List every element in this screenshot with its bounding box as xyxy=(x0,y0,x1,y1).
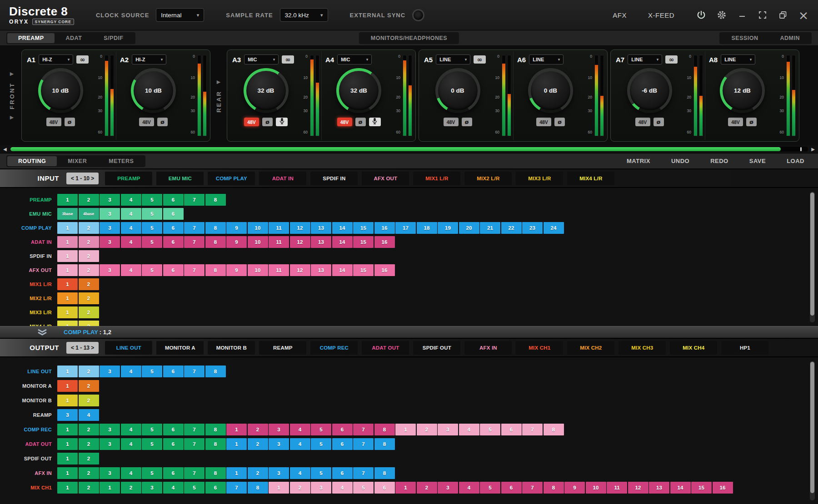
matrix-cell[interactable]: 7 xyxy=(522,482,543,494)
matrix-cell[interactable]: 5 xyxy=(311,467,331,479)
tab-s-pdif[interactable]: S/PDIF xyxy=(93,33,134,43)
matrix-cell[interactable]: 5 xyxy=(311,424,331,435)
input-tab-mix4-l-r[interactable]: MIX4 L/R xyxy=(567,172,614,185)
matrix-cell[interactable]: 22 xyxy=(501,222,522,234)
matrix-cell[interactable]: 8 xyxy=(374,424,395,435)
action-matrix[interactable]: MATRIX xyxy=(627,158,650,164)
matrix-cell[interactable]: 3 xyxy=(100,424,120,435)
matrix-cell[interactable]: 24 xyxy=(544,222,564,234)
phase-invert-button[interactable]: ø xyxy=(746,118,757,126)
mic-emulation-button[interactable] xyxy=(276,118,288,126)
scrollbar-thumb[interactable] xyxy=(810,193,814,316)
phantom-48v-button[interactable]: 48V xyxy=(444,118,459,126)
matrix-cell[interactable]: 4 xyxy=(121,236,141,248)
matrix-cell[interactable]: 3 xyxy=(269,467,289,479)
matrix-cell[interactable]: 2 xyxy=(79,482,99,494)
matrix-cell[interactable]: 7 xyxy=(226,482,247,494)
phantom-48v-button[interactable]: 48V xyxy=(536,118,551,126)
tab-adat[interactable]: ADAT xyxy=(55,33,93,43)
gain-knob[interactable]: 0 dB xyxy=(435,68,480,113)
scrollbar-track[interactable] xyxy=(10,147,808,152)
matrix-cell[interactable]: 4 xyxy=(290,424,310,435)
matrix-cell[interactable]: 9 xyxy=(226,222,247,234)
afx-button[interactable]: AFX xyxy=(613,11,627,19)
scrollbar-thumb[interactable] xyxy=(10,147,781,151)
matrix-cell[interactable]: 2 xyxy=(79,321,99,326)
matrix-cell[interactable]: 16 xyxy=(713,482,733,494)
matrix-cell[interactable]: 13 xyxy=(311,264,331,276)
matrix-cell[interactable]: 3 xyxy=(100,236,120,248)
output-tab-hp1[interactable]: HP1 xyxy=(721,341,768,355)
link-channels-icon[interactable]: ∞ xyxy=(665,55,678,64)
matrix-cell[interactable]: 14 xyxy=(670,482,691,494)
matrix-cell[interactable]: 3 xyxy=(311,482,331,494)
matrix-cell[interactable]: 6 xyxy=(501,424,522,435)
output-tab-mix-ch2[interactable]: MIX CH2 xyxy=(567,341,614,355)
matrix-cell[interactable]: 11 xyxy=(269,222,289,234)
matrix-cell[interactable]: 5 xyxy=(184,482,204,494)
matrix-cell[interactable]: 2 xyxy=(248,438,268,450)
matrix-cell[interactable]: 11 xyxy=(269,264,289,276)
matrix-cell[interactable]: 7 xyxy=(353,438,374,450)
matrix-cell[interactable]: 12 xyxy=(290,264,310,276)
matrix-cell[interactable]: 12 xyxy=(290,222,310,234)
input-mode-select[interactable]: LINE▾ xyxy=(628,54,662,64)
output-tab-mix-ch1[interactable]: MIX CH1 xyxy=(516,341,563,355)
matrix-cell[interactable]: 13 xyxy=(311,236,331,248)
matrix-cell[interactable]: 3 xyxy=(100,264,120,276)
matrix-cell[interactable]: 6 xyxy=(163,438,184,450)
matrix-cell[interactable]: 2 xyxy=(79,264,99,276)
gain-knob[interactable]: 12 dB xyxy=(720,68,765,113)
mic-emulation-button[interactable] xyxy=(369,118,381,126)
matrix-cell[interactable]: 1 xyxy=(57,321,78,326)
matrix-cell[interactable]: 8 xyxy=(205,222,226,234)
matrix-cell[interactable]: 3 xyxy=(100,438,120,450)
input-mode-select[interactable]: LINE▾ xyxy=(436,54,470,64)
matrix-cell[interactable]: 2 xyxy=(248,467,268,479)
output-tab-line-out[interactable]: LINE OUT xyxy=(105,341,152,355)
matrix-cell[interactable]: 3 xyxy=(438,424,458,435)
matrix-cell[interactable]: 4 xyxy=(332,482,353,494)
matrix-cell[interactable]: 3 xyxy=(269,424,289,435)
matrix-cell[interactable]: 1 xyxy=(269,482,289,494)
tab-meters[interactable]: METERS xyxy=(98,156,145,166)
matrix-cell[interactable]: 5 xyxy=(353,482,374,494)
phantom-48v-button[interactable]: 48V xyxy=(46,118,61,126)
matrix-cell[interactable]: 9 xyxy=(564,482,585,494)
matrix-cell[interactable]: 1 xyxy=(57,467,78,479)
gain-knob[interactable]: 10 dB xyxy=(38,68,83,113)
input-mode-select[interactable]: LINE▾ xyxy=(529,54,564,64)
matrix-cell[interactable]: 4 xyxy=(121,438,141,450)
phase-invert-button[interactable]: ø xyxy=(653,118,664,126)
matrix-cell[interactable]: 3base xyxy=(57,208,78,220)
matrix-cell[interactable]: 7 xyxy=(184,264,204,276)
tab-preamp[interactable]: PREAMP xyxy=(7,33,55,43)
phantom-48v-button[interactable]: 48V xyxy=(244,118,259,126)
matrix-cell[interactable]: 7 xyxy=(184,438,204,450)
matrix-cell[interactable]: 6 xyxy=(163,467,184,479)
matrix-cell[interactable]: 6 xyxy=(163,366,184,377)
output-tab-monitor-b[interactable]: MONITOR B xyxy=(208,341,255,355)
matrix-cell[interactable]: 16 xyxy=(374,236,395,248)
matrix-cell[interactable]: 3 xyxy=(142,482,162,494)
input-tab-emu-mic[interactable]: EMU MIC xyxy=(156,172,204,185)
matrix-cell[interactable]: 2 xyxy=(79,380,99,392)
input-tab-mix3-l-r[interactable]: MIX3 L/R xyxy=(516,172,563,185)
matrix-cell[interactable]: 10 xyxy=(586,482,606,494)
output-pager-button[interactable]: < 1 - 13 > xyxy=(66,342,99,354)
popout-window-icon[interactable] xyxy=(778,10,788,20)
input-tab-afx-out[interactable]: AFX OUT xyxy=(362,172,409,185)
matrix-cell[interactable]: 5 xyxy=(142,236,162,248)
matrix-cell[interactable]: 5 xyxy=(142,208,162,220)
matrix-cell[interactable]: 4 xyxy=(290,438,310,450)
matrix-cell[interactable]: 1 xyxy=(57,395,78,406)
matrix-cell[interactable]: 17 xyxy=(395,222,416,234)
matrix-cell[interactable]: 4 xyxy=(121,467,141,479)
input-tab-mix2-l-r[interactable]: MIX2 L/R xyxy=(464,172,512,185)
matrix-cell[interactable]: 7 xyxy=(353,424,374,435)
matrix-cell[interactable]: 12 xyxy=(290,236,310,248)
tab-routing[interactable]: ROUTING xyxy=(7,156,57,166)
matrix-cell[interactable]: 7 xyxy=(184,194,204,206)
matrix-cell[interactable]: 2 xyxy=(79,236,99,248)
matrix-cell[interactable]: 8 xyxy=(205,236,226,248)
